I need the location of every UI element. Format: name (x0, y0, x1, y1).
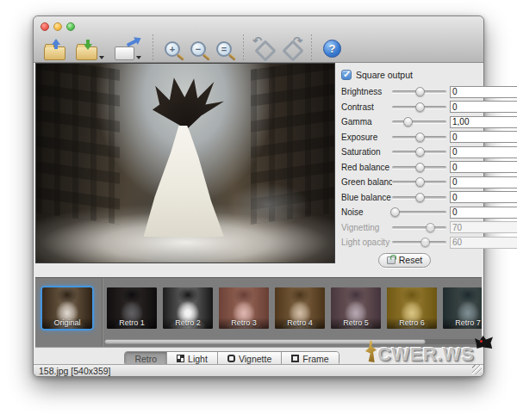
filmstrip-scrollbar[interactable] (104, 339, 478, 344)
redo-button[interactable]: ↷ (283, 34, 300, 60)
thumbnail-label: Retro 4 (275, 318, 325, 329)
contrast-value-field[interactable] (450, 101, 517, 113)
slider-row-green-balance: Green balance (341, 175, 483, 190)
figure-dress-decoration (144, 126, 224, 237)
brightness-slider[interactable] (392, 86, 446, 97)
noise-value-field[interactable] (450, 207, 517, 219)
slider-thumb[interactable] (415, 147, 425, 157)
saturation-value-field[interactable] (450, 146, 517, 158)
slider-thumb[interactable] (415, 87, 425, 96)
titlebar: + − = ↶ ↷ ? (34, 16, 483, 63)
noise-slider[interactable] (392, 207, 446, 218)
red-balance-value-field[interactable] (450, 161, 517, 173)
vignetting-value-field[interactable] (450, 221, 517, 233)
gamma-value-field[interactable] (450, 116, 517, 128)
light-opacity-label: Light opacity (341, 238, 392, 247)
blue-balance-value-field[interactable] (450, 191, 517, 203)
close-button[interactable] (40, 22, 49, 31)
rounded-square-icon (227, 355, 235, 362)
thumbnail-retro-7[interactable]: Retro 7 (443, 287, 482, 329)
slider-thumb[interactable] (415, 133, 425, 142)
slider-thumb[interactable] (403, 117, 413, 127)
tab-retro[interactable]: Retro (125, 352, 167, 365)
exposure-value-field[interactable] (450, 131, 517, 143)
minimize-button[interactable] (53, 22, 62, 31)
thumbnail-retro-3[interactable]: Retro 3 (219, 287, 269, 329)
slider-thumb[interactable] (426, 223, 435, 232)
resize-grip[interactable] (472, 365, 482, 374)
zoom-in-button[interactable]: + (165, 34, 180, 60)
vignetting-slider[interactable] (392, 222, 446, 233)
app-window: + − = ↶ ↷ ? (33, 15, 484, 377)
thumbnail-label: Retro 1 (107, 318, 157, 329)
slider-row-noise: Noise (341, 205, 483, 220)
noise-label: Noise (341, 207, 392, 217)
toolbar-separator (311, 34, 312, 60)
square-output-checkbox[interactable] (341, 70, 352, 80)
zoom-window-button[interactable] (66, 22, 75, 31)
zoom-out-button[interactable]: − (190, 34, 206, 60)
zoom-actual-size-button[interactable]: = (216, 34, 232, 60)
thumbnail-original[interactable]: Original (42, 287, 92, 329)
slider-row-light-opacity: Light opacity (341, 235, 483, 250)
toolbar-separator (243, 34, 244, 60)
square-output-label: Square output (356, 70, 413, 80)
thumbnail-retro-6[interactable]: Retro 6 (387, 287, 437, 329)
reset-label: Reset (399, 255, 422, 265)
save-dropdown-caret-icon (99, 56, 104, 59)
slider-thumb[interactable] (415, 102, 425, 112)
slider-row-blue-balance: Blue balance (341, 190, 483, 206)
statusbar: 158.jpg [540x359] (34, 364, 483, 376)
redo-icon: ↷ (283, 40, 300, 58)
green-balance-label: Green balance (341, 177, 392, 187)
green-balance-slider[interactable] (392, 176, 446, 188)
blue-balance-slider[interactable] (392, 192, 446, 203)
slider-thumb[interactable] (415, 177, 425, 187)
tab-vignette[interactable]: Vignette (218, 352, 282, 365)
save-button[interactable] (76, 34, 104, 60)
exposure-label: Exposure (341, 133, 392, 142)
thumbnail-label: Retro 5 (331, 318, 381, 329)
tab-frame[interactable]: Frame (282, 352, 338, 365)
open-button[interactable] (44, 34, 65, 60)
brightness-value-field[interactable] (450, 86, 517, 98)
slider-thumb[interactable] (390, 207, 400, 217)
saturation-slider[interactable] (392, 146, 446, 158)
red-balance-slider[interactable] (392, 162, 446, 173)
zoom-out-icon: − (190, 41, 206, 57)
slider-thumb[interactable] (415, 193, 425, 202)
undo-button[interactable]: ↶ (255, 34, 272, 60)
thumbnail-label: Retro 3 (219, 318, 269, 329)
thumbnail-label: Original (42, 318, 92, 329)
light-opacity-slider[interactable] (392, 237, 446, 248)
thumbnail-retro-1[interactable]: Retro 1 (107, 287, 157, 329)
contrast-slider[interactable] (392, 102, 446, 113)
slider-thumb[interactable] (420, 238, 430, 247)
thumbnail-label: Retro 2 (163, 318, 213, 329)
blue-balance-label: Blue balance (341, 193, 392, 202)
tab-label: Retro (134, 354, 157, 364)
export-button[interactable] (115, 34, 141, 60)
tab-light[interactable]: Light (167, 352, 218, 365)
building-left-decoration (36, 63, 120, 225)
green-balance-value-field[interactable] (450, 176, 517, 188)
tab-label: Light (188, 354, 208, 364)
exposure-slider[interactable] (392, 132, 446, 143)
thumbnail-retro-5[interactable]: Retro 5 (331, 287, 381, 329)
export-image-icon (115, 46, 134, 60)
gamma-slider[interactable] (392, 116, 446, 127)
preview-image (35, 63, 335, 263)
thumbnail-retro-2[interactable]: Retro 2 (163, 287, 213, 329)
figure-hair-decoration (153, 77, 224, 129)
thumbnail-retro-4[interactable]: Retro 4 (275, 287, 325, 329)
adjustments-panel: Square output Brightness Contrast Gamma … (337, 63, 483, 280)
light-opacity-value-field[interactable] (450, 237, 517, 249)
help-icon: ? (323, 40, 341, 58)
filmstrip-scrollbar-thumb[interactable] (104, 339, 426, 344)
thumbnail-label: Retro 7 (443, 318, 482, 329)
reset-button[interactable]: Reset (378, 253, 431, 268)
slider-thumb[interactable] (415, 163, 425, 172)
help-button[interactable]: ? (323, 34, 341, 60)
zoom-in-icon: + (165, 41, 180, 57)
slider-row-saturation: Saturation (341, 145, 483, 160)
